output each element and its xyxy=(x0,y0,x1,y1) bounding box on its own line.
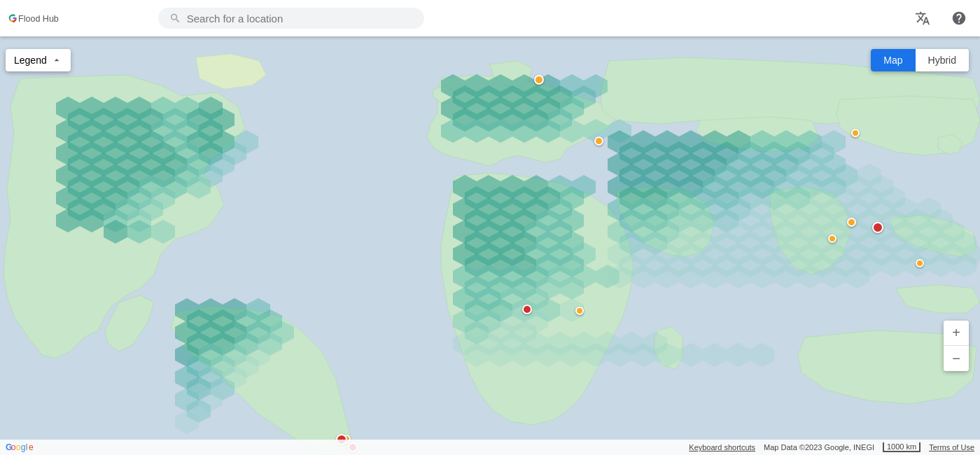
flood-marker-4[interactable] xyxy=(847,218,856,227)
svg-text:e: e xyxy=(29,442,34,452)
flood-marker-red-1[interactable] xyxy=(872,222,883,233)
translate-button[interactable] xyxy=(910,6,935,31)
header-right xyxy=(910,6,972,31)
legend-button[interactable]: Legend xyxy=(6,49,71,71)
search-input[interactable] xyxy=(187,13,413,24)
flood-marker-red-2[interactable] xyxy=(522,304,532,314)
flood-marker-2[interactable] xyxy=(594,136,603,146)
google-bottom-logo: G o o g l e xyxy=(6,442,34,453)
svg-text:Flood Hub: Flood Hub xyxy=(18,14,59,24)
search-bar[interactable] xyxy=(158,8,424,29)
svg-marker-231 xyxy=(750,343,774,367)
map-type-map-button[interactable]: Map xyxy=(871,49,915,71)
logo-area: Flood Hub xyxy=(8,10,155,27)
zoom-in-button[interactable]: + xyxy=(944,321,969,346)
search-icon xyxy=(169,12,181,24)
google-logo-icon: Flood Hub xyxy=(8,10,59,27)
scale-label: 1000 km xyxy=(883,442,920,452)
flood-marker-1[interactable] xyxy=(534,75,544,85)
legend-label: Legend xyxy=(14,55,47,66)
map-svg xyxy=(0,36,980,455)
bottom-bar: G o o g l e Keyboard shortcuts Map Data … xyxy=(0,440,980,455)
terms-of-use-link[interactable]: Terms of Use xyxy=(929,443,974,451)
map-type-hybrid-button[interactable]: Hybrid xyxy=(916,49,969,71)
flood-marker-5[interactable] xyxy=(828,234,836,243)
help-button[interactable] xyxy=(946,6,972,31)
translate-icon xyxy=(915,10,930,26)
svg-text:o: o xyxy=(16,442,21,452)
svg-marker-230 xyxy=(727,343,750,367)
app-header: Flood Hub xyxy=(0,0,980,36)
svg-text:o: o xyxy=(11,442,16,452)
svg-text:g: g xyxy=(21,442,26,452)
help-icon xyxy=(951,10,967,26)
zoom-controls: + − xyxy=(944,321,969,371)
map-data-label: Map Data ©2023 Google, INEGI xyxy=(764,443,874,451)
map-container[interactable]: Legend Map Hybrid + − G o o g xyxy=(0,36,980,455)
flood-marker-6[interactable] xyxy=(916,259,924,267)
zoom-out-button[interactable]: − xyxy=(944,346,969,371)
keyboard-shortcuts-link[interactable]: Keyboard shortcuts xyxy=(689,443,755,451)
bottom-bar-right: Keyboard shortcuts Map Data ©2023 Google… xyxy=(689,442,974,452)
svg-text:l: l xyxy=(26,442,28,452)
flood-marker-3[interactable] xyxy=(851,129,860,137)
svg-marker-229 xyxy=(703,343,727,367)
google-bottom-icon: G o o g l e xyxy=(6,442,34,453)
chevron-up-icon xyxy=(51,55,62,66)
flood-marker-7[interactable] xyxy=(575,307,584,315)
map-type-toggle: Map Hybrid xyxy=(871,49,969,71)
